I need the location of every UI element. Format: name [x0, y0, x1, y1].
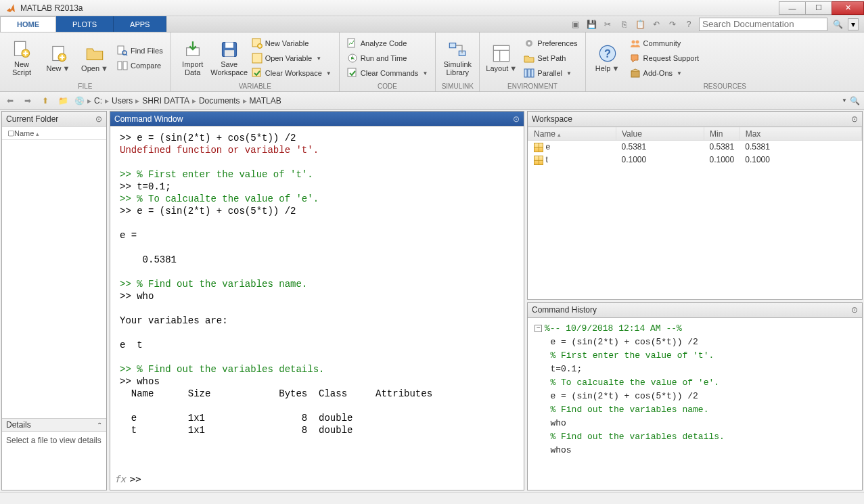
new-script-button[interactable]: New Script: [5, 35, 38, 81]
clear-commands-button[interactable]: Clear Commands▼: [345, 66, 430, 80]
svg-point-26: [528, 42, 530, 45]
address-search-icon[interactable]: 🔍: [850, 96, 860, 106]
new-variable-button[interactable]: New Variable: [250, 37, 334, 50]
details-header[interactable]: Details ⌃: [2, 418, 106, 432]
close-button[interactable]: ✕: [832, 1, 864, 15]
panel-menu-icon[interactable]: ⊙: [851, 305, 858, 315]
breadcrumb-part[interactable]: C:: [94, 96, 102, 106]
layout-button[interactable]: Layout▼: [485, 35, 518, 81]
save-icon: [220, 40, 239, 59]
svg-rect-12: [225, 50, 234, 56]
ribbon-collapse-button[interactable]: ▾: [848, 18, 859, 30]
parallel-button[interactable]: Parallel▼: [522, 66, 579, 80]
history-item[interactable]: e = (sin(2*t) + cos(5*t)) /2: [535, 336, 855, 349]
panel-menu-icon[interactable]: ⊙: [95, 114, 102, 124]
qat-copy-icon[interactable]: ⎘: [618, 18, 630, 30]
qat-save-icon[interactable]: 💾: [585, 18, 597, 30]
command-window-output[interactable]: >> e = (sin(2*t) + cos(5*t)) /2 Undefine…: [110, 127, 524, 474]
clear-workspace-button[interactable]: Clear Workspace▼: [250, 66, 334, 80]
community-button[interactable]: Community: [628, 37, 702, 50]
open-button[interactable]: Open▼: [78, 35, 111, 81]
history-item[interactable]: e = (sin(2*t) + cos(5*t)) /2: [535, 390, 855, 403]
command-prompt[interactable]: fx >>: [110, 474, 524, 490]
preferences-button[interactable]: Preferences: [522, 37, 579, 50]
maximize-button[interactable]: ☐: [805, 1, 832, 15]
nav-forward-icon[interactable]: ➡: [22, 96, 34, 106]
address-dropdown-icon[interactable]: ▼: [842, 97, 847, 104]
collapse-icon[interactable]: −: [535, 325, 542, 332]
new-button[interactable]: New▼: [42, 35, 74, 81]
breadcrumb[interactable]: 💿 ▸ C:▸ Users▸ SHRI DATTA▸ Documents▸ MA…: [74, 96, 281, 106]
request-support-button[interactable]: Request Support: [628, 51, 702, 65]
svg-rect-22: [494, 45, 509, 61]
search-documentation-input[interactable]: [699, 18, 827, 31]
nav-up-icon[interactable]: ⬆: [39, 96, 51, 106]
history-item[interactable]: whos: [535, 444, 855, 457]
workspace-col-min[interactable]: Min: [704, 127, 740, 141]
command-history-header[interactable]: Command History ⊙: [528, 303, 862, 318]
chevron-up-icon[interactable]: ⌃: [97, 421, 102, 429]
history-item[interactable]: t=0.1;: [535, 363, 855, 376]
find-files-button[interactable]: Find Files: [115, 44, 165, 58]
breadcrumb-part[interactable]: SHRI DATTA: [142, 96, 189, 106]
run-and-time-button[interactable]: Run and Time: [345, 51, 430, 65]
command-input[interactable]: [141, 474, 520, 484]
current-folder-name-column[interactable]: ▢ Name: [2, 127, 106, 140]
workspace-row[interactable]: t 0.10000.10000.1000: [528, 154, 862, 166]
qat-help-icon[interactable]: ?: [683, 18, 695, 30]
clear-commands-icon: [347, 68, 358, 78]
workspace-row[interactable]: e 0.53810.53810.5381: [528, 141, 862, 154]
breadcrumb-part[interactable]: Users: [112, 96, 133, 106]
analyze-code-button[interactable]: Analyze Code: [345, 37, 430, 50]
addons-button[interactable]: Add-Ons▼: [628, 66, 702, 80]
panel-menu-icon[interactable]: ⊙: [851, 114, 858, 124]
qat-paste-icon[interactable]: 📋: [634, 18, 646, 30]
workspace-col-max[interactable]: Max: [740, 127, 861, 141]
search-icon[interactable]: 🔍: [832, 18, 844, 30]
history-item[interactable]: % First enter the value of 't'.: [535, 349, 855, 363]
qat-cut-icon[interactable]: ✂: [601, 18, 614, 30]
setpath-icon: [524, 53, 535, 64]
history-item[interactable]: % Find out the variables name.: [535, 403, 855, 417]
fx-icon[interactable]: fx: [114, 474, 126, 484]
breadcrumb-part[interactable]: Documents: [199, 96, 240, 106]
find-files-icon: [117, 45, 128, 56]
history-item[interactable]: who: [535, 417, 855, 430]
simulink-library-button[interactable]: Simulink Library: [441, 35, 474, 81]
matlab-logo-icon: [5, 3, 16, 14]
command-window-panel: Command Window ⊙ >> e = (sin(2*t) + cos(…: [110, 111, 524, 490]
help-button[interactable]: ? Help▼: [591, 35, 624, 81]
current-folder-list[interactable]: [2, 140, 106, 418]
minimize-button[interactable]: —: [779, 1, 806, 15]
tab-home[interactable]: HOME: [0, 16, 56, 32]
nav-back-icon[interactable]: ⬅: [4, 96, 16, 106]
svg-rect-29: [531, 69, 534, 77]
qat-icon-1[interactable]: ▣: [569, 18, 581, 30]
workspace-header[interactable]: Workspace ⊙: [528, 112, 862, 127]
set-path-button[interactable]: Set Path: [522, 51, 579, 65]
compare-button[interactable]: Compare: [115, 59, 165, 72]
workspace-col-name[interactable]: Name: [528, 127, 616, 141]
history-item[interactable]: % Find out the variables details.: [535, 430, 855, 444]
history-item[interactable]: % To calcualte the value of 'e'.: [535, 376, 855, 390]
command-window-header[interactable]: Command Window ⊙: [110, 112, 524, 127]
ribbon: New Script New▼ Open▼ Find Files Compare…: [0, 32, 864, 92]
import-data-button[interactable]: Import Data: [177, 35, 209, 81]
nav-folder-icon[interactable]: 📁: [57, 96, 69, 106]
tab-apps[interactable]: APPS: [114, 16, 166, 32]
command-window-title: Command Window: [114, 114, 183, 124]
save-workspace-button[interactable]: Save Workspace: [213, 35, 246, 81]
svg-rect-34: [631, 71, 639, 77]
workspace-col-value[interactable]: Value: [616, 127, 704, 141]
command-history-list[interactable]: −%-- 10/9/2018 12:14 AM --% e = (sin(2*t…: [528, 318, 862, 490]
command-history-title: Command History: [532, 305, 597, 315]
workspace-table[interactable]: Name Value Min Max e 0.53810.53810.5381 …: [528, 127, 862, 166]
tab-plots[interactable]: PLOTS: [56, 16, 114, 32]
breadcrumb-part[interactable]: MATLAB: [250, 96, 281, 106]
svg-rect-11: [225, 43, 233, 48]
qat-undo-icon[interactable]: ↶: [650, 18, 662, 30]
panel-menu-icon[interactable]: ⊙: [513, 114, 520, 124]
current-folder-header[interactable]: Current Folder ⊙: [2, 112, 106, 127]
qat-redo-icon[interactable]: ↷: [666, 18, 679, 30]
open-variable-button[interactable]: Open Variable▼: [250, 51, 334, 65]
